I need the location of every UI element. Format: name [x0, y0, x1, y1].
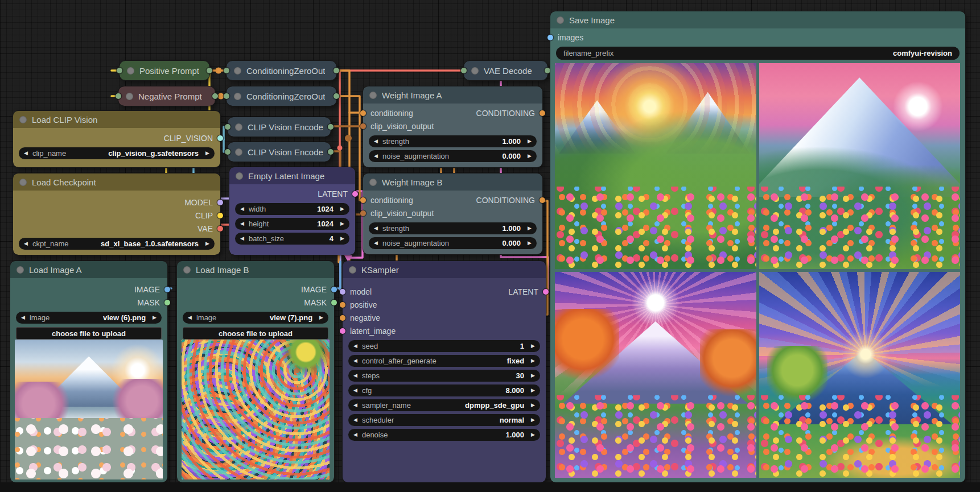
increment-arrow-icon[interactable]: ▶	[153, 315, 157, 320]
collapsed-output-pin[interactable]	[328, 149, 333, 155]
choose-file-button[interactable]: choose file to upload	[183, 327, 328, 340]
node-header[interactable]: KSampler	[343, 261, 546, 278]
widget-noise-augmentation[interactable]: ◀ noise_augmentation 0.000 ▶	[369, 150, 537, 162]
collapse-dot[interactable]	[127, 67, 134, 75]
increment-arrow-icon[interactable]: ▶	[528, 241, 532, 246]
decrement-arrow-icon[interactable]: ◀	[353, 432, 357, 437]
collapsed-output-pin[interactable]	[207, 68, 212, 73]
collapse-dot[interactable]	[19, 179, 27, 186]
node-clip-vision-encode-2[interactable]: CLIP Vision Encode	[228, 142, 331, 162]
collapsed-input-pin[interactable]	[117, 68, 122, 73]
node-save-image[interactable]: Save Image images filename_prefix comfyu…	[550, 11, 965, 482]
node-header[interactable]: Load Image B	[177, 261, 334, 278]
increment-arrow-icon[interactable]: ▶	[340, 221, 344, 226]
collapsed-output-pin[interactable]	[212, 93, 218, 99]
widget-steps[interactable]: ◀ steps 30 ▶	[348, 370, 540, 382]
widget-ckpt-name[interactable]: ◀ ckpt_name sd_xl_base_1.0.safetensors ▶	[19, 238, 215, 250]
decrement-arrow-icon[interactable]: ◀	[353, 373, 357, 378]
model-input-dot[interactable]	[340, 289, 345, 295]
increment-arrow-icon[interactable]: ▶	[531, 388, 535, 393]
node-header[interactable]: Load Image A	[10, 261, 167, 278]
node-conditioning-zero-out-2[interactable]: ConditioningZeroOut	[227, 86, 336, 106]
decrement-arrow-icon[interactable]: ◀	[24, 241, 28, 246]
decrement-arrow-icon[interactable]: ◀	[374, 226, 378, 231]
widget-cfg[interactable]: ◀ cfg 8.000 ▶	[348, 384, 540, 396]
conditioning-input-dot[interactable]	[360, 110, 366, 116]
decrement-arrow-icon[interactable]: ◀	[374, 139, 378, 144]
clip-vision-output-input-dot[interactable]	[360, 123, 366, 129]
mask-output-dot[interactable]	[331, 300, 337, 305]
vae-output-dot[interactable]	[217, 226, 223, 231]
decrement-arrow-icon[interactable]: ◀	[240, 206, 244, 212]
choose-file-button[interactable]: choose file to upload	[16, 327, 162, 340]
node-header[interactable]: Empty Latent Image	[229, 167, 355, 184]
decrement-arrow-icon[interactable]: ◀	[353, 417, 357, 423]
widget-strength[interactable]: ◀ strength 1.000 ▶	[369, 222, 537, 234]
node-vae-decode[interactable]: VAE Decode	[464, 61, 547, 80]
node-load-checkpoint[interactable]: Load Checkpoint MODEL CLIP VAE ◀ ckpt_na…	[13, 173, 220, 255]
increment-arrow-icon[interactable]: ▶	[531, 432, 535, 437]
node-load-image-b[interactable]: Load Image B IMAGE MASK ◀ image view (7)…	[177, 261, 334, 482]
increment-arrow-icon[interactable]: ▶	[531, 417, 535, 423]
clip-vision-output-dot[interactable]	[217, 135, 223, 141]
collapse-dot[interactable]	[126, 93, 133, 100]
node-header[interactable]: Weight Image B	[363, 173, 542, 191]
widget-seed[interactable]: ◀ seed 1 ▶	[348, 340, 540, 352]
widget-denoise[interactable]: ◀ denoise 1.000 ▶	[348, 429, 540, 441]
collapsed-input-pin[interactable]	[224, 93, 229, 99]
widget-filename-prefix[interactable]: filename_prefix comfyui-revision	[556, 47, 960, 60]
decrement-arrow-icon[interactable]: ◀	[240, 221, 244, 226]
node-clip-vision-encode-1[interactable]: CLIP Vision Encode	[228, 117, 331, 137]
collapse-dot[interactable]	[234, 67, 241, 75]
collapsed-output-pin[interactable]	[328, 124, 333, 130]
image-output-dot[interactable]	[164, 287, 170, 292]
node-positive-prompt[interactable]: Positive Prompt	[120, 61, 209, 80]
node-load-clip-vision[interactable]: Load CLIP Vision CLIP_VISION ◀ clip_name…	[13, 111, 220, 167]
collapsed-input-pin[interactable]	[461, 68, 467, 73]
collapsed-output-pin[interactable]	[333, 68, 339, 73]
negative-input-dot[interactable]	[340, 315, 345, 321]
node-header[interactable]: Load Checkpoint	[13, 173, 220, 191]
images-input-dot[interactable]	[547, 35, 553, 40]
collapsed-output-pin[interactable]	[545, 68, 550, 73]
node-negative-prompt[interactable]: Negative Prompt	[118, 86, 215, 106]
increment-arrow-icon[interactable]: ▶	[531, 358, 535, 363]
widget-noise-augmentation[interactable]: ◀ noise_augmentation 0.000 ▶	[369, 237, 537, 249]
collapse-dot[interactable]	[183, 266, 191, 274]
collapsed-input-pin[interactable]	[116, 93, 121, 99]
decrement-arrow-icon[interactable]: ◀	[353, 388, 357, 393]
widget-strength[interactable]: ◀ strength 1.000 ▶	[369, 135, 537, 147]
node-load-image-a[interactable]: Load Image A IMAGE MASK ◀ image view (6)…	[10, 261, 167, 482]
increment-arrow-icon[interactable]: ▶	[340, 206, 344, 212]
collapse-dot[interactable]	[557, 16, 564, 24]
collapsed-input-pin[interactable]	[225, 124, 230, 130]
decrement-arrow-icon[interactable]: ◀	[374, 241, 378, 246]
node-weight-image-a[interactable]: Weight Image A conditioning CONDITIONING…	[363, 86, 542, 167]
node-header[interactable]: Load CLIP Vision	[13, 111, 220, 128]
collapse-dot[interactable]	[235, 123, 242, 131]
widget-width[interactable]: ◀ width 1024 ▶	[235, 203, 349, 215]
decrement-arrow-icon[interactable]: ◀	[374, 154, 378, 159]
increment-arrow-icon[interactable]: ▶	[531, 373, 535, 378]
node-header[interactable]: Weight Image A	[363, 86, 542, 104]
mask-output-dot[interactable]	[164, 300, 170, 305]
collapse-dot[interactable]	[17, 266, 24, 274]
node-header[interactable]: Save Image	[550, 11, 965, 28]
image-output-dot[interactable]	[331, 287, 337, 292]
node-weight-image-b[interactable]: Weight Image B conditioning CONDITIONING…	[363, 173, 542, 254]
decrement-arrow-icon[interactable]: ◀	[188, 315, 192, 320]
conditioning-input-dot[interactable]	[360, 197, 366, 203]
collapsed-output-pin[interactable]	[333, 93, 339, 99]
decrement-arrow-icon[interactable]: ◀	[353, 344, 357, 349]
conditioning-output-dot[interactable]	[540, 197, 545, 203]
collapse-dot[interactable]	[235, 148, 242, 156]
decrement-arrow-icon[interactable]: ◀	[24, 151, 28, 156]
collapsed-input-pin[interactable]	[225, 149, 230, 155]
node-conditioning-zero-out-1[interactable]: ConditioningZeroOut	[227, 61, 336, 80]
collapse-dot[interactable]	[369, 179, 377, 186]
widget-image[interactable]: ◀ image view (7).png ▶	[183, 312, 328, 324]
collapse-dot[interactable]	[19, 116, 27, 123]
latent-output-dot[interactable]	[543, 289, 549, 295]
decrement-arrow-icon[interactable]: ◀	[353, 358, 357, 363]
clip-output-dot[interactable]	[217, 213, 223, 218]
